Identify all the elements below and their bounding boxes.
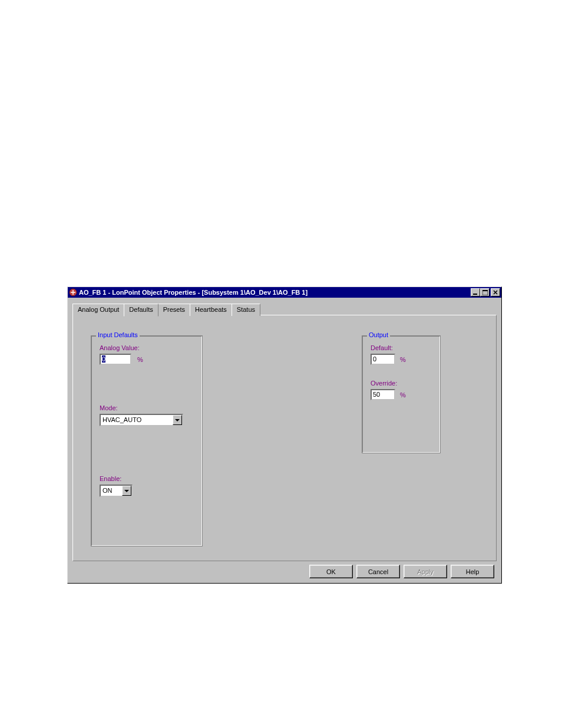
window-title: AO_FB 1 - LonPoint Object Properties - [… [79, 289, 471, 296]
maximize-button[interactable] [480, 288, 490, 297]
tab-strip: Analog Output Defaults Presets Heartbeat… [72, 304, 497, 316]
tab-analog-output[interactable]: Analog Output [72, 304, 124, 316]
enable-label: Enable: [100, 475, 121, 482]
enable-select[interactable]: ON [100, 485, 133, 497]
close-button[interactable] [491, 288, 500, 297]
chevron-down-icon[interactable] [122, 486, 131, 496]
tab-heartbeats[interactable]: Heartbeats [190, 304, 232, 316]
dialog-button-row: OK Cancel Apply Help [72, 561, 497, 579]
output-default-input[interactable]: 0 [371, 354, 395, 365]
output-group: Output Default: 0 % Override: 50 % [362, 335, 441, 453]
help-button[interactable]: Help [451, 565, 494, 578]
chevron-down-icon[interactable] [173, 415, 182, 425]
enable-value: ON [101, 486, 122, 496]
output-override-unit: % [400, 391, 406, 398]
window-controls [471, 288, 500, 297]
cancel-button[interactable]: Cancel [356, 565, 400, 578]
analog-value-unit: % [137, 356, 143, 363]
tab-status[interactable]: Status [232, 304, 260, 316]
mode-label: Mode: [100, 404, 118, 411]
output-legend: Output [367, 331, 390, 338]
svg-rect-1 [473, 294, 477, 295]
input-defaults-group: Input Defaults Analog Value: 0 % Mode: H… [91, 335, 203, 546]
minimize-button[interactable] [471, 288, 480, 297]
svg-rect-3 [482, 290, 488, 291]
mode-value: HVAC_AUTO [101, 415, 173, 425]
ok-button[interactable]: OK [309, 565, 353, 578]
analog-value-label: Analog Value: [100, 344, 140, 351]
app-icon [69, 288, 77, 297]
client-area: Analog Output Defaults Presets Heartbeat… [68, 298, 501, 583]
input-defaults-legend: Input Defaults [96, 331, 140, 338]
output-override-value: 50 [373, 391, 380, 398]
tab-panel-defaults: Input Defaults Analog Value: 0 % Mode: H… [72, 315, 497, 561]
output-default-value: 0 [373, 355, 376, 363]
output-default-unit: % [400, 356, 406, 363]
apply-button[interactable]: Apply [404, 565, 447, 578]
titlebar[interactable]: AO_FB 1 - LonPoint Object Properties - [… [68, 287, 501, 298]
tab-presets[interactable]: Presets [158, 304, 190, 316]
output-override-label: Override: [371, 380, 397, 387]
analog-value-input[interactable]: 0 [100, 354, 131, 365]
output-default-label: Default: [371, 344, 393, 351]
tab-defaults[interactable]: Defaults [124, 304, 158, 317]
output-override-input[interactable]: 50 [371, 389, 395, 400]
mode-select[interactable]: HVAC_AUTO [100, 414, 183, 426]
analog-value-text: 0 [102, 355, 105, 363]
dialog-window: AO_FB 1 - LonPoint Object Properties - [… [67, 286, 502, 584]
